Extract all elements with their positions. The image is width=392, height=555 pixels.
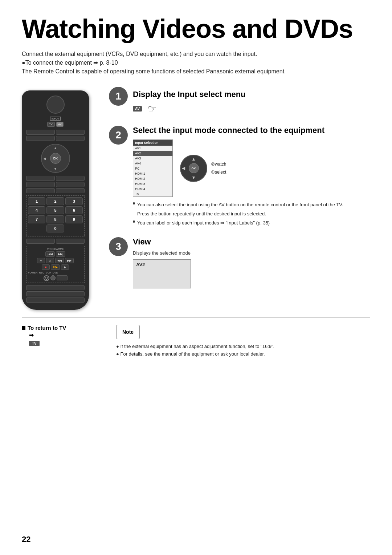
nav-down-icon[interactable]: ▼ <box>192 175 196 180</box>
transport-row-1: |◀◀ ▶▶| <box>28 251 83 257</box>
input-item-av2[interactable]: AV2 <box>133 151 172 156</box>
remote-av-button[interactable]: AV <box>56 122 64 127</box>
remote-tv-av-buttons: TV AV <box>26 122 85 127</box>
step-2-heading: Select the input mode connected to the e… <box>133 126 370 135</box>
input-selection-box: Input Selection AV1 AV2 AV3 AV4 PC HDMI1… <box>133 139 173 197</box>
num-btn-4[interactable]: 4 <box>28 206 45 214</box>
num-btn-2[interactable]: 2 <box>46 197 64 205</box>
bottom-section: To return to TV ➡ TV Note ● If the exter… <box>22 325 370 358</box>
step-3-content: View Displays the selected mode AV2 <box>133 237 370 288</box>
note-items: ● If the external equipment has an aspec… <box>116 343 370 358</box>
bullet-text-2: You can label or skip each input modes ➡… <box>137 219 270 227</box>
remote-btn-6b[interactable] <box>56 239 85 244</box>
remote-extra-btn-3[interactable] <box>26 297 85 303</box>
bullet-item-2: You can label or skip each input modes ➡… <box>133 219 370 227</box>
vcr-button[interactable] <box>57 275 68 280</box>
remote-btn-1a[interactable] <box>26 130 55 135</box>
num-btn-7[interactable]: 7 <box>28 215 45 223</box>
remote-btn-2a[interactable] <box>26 136 55 141</box>
transport-fwd[interactable]: ▶▶ <box>65 258 74 263</box>
input-item-hdmi1[interactable]: HDMI1 <box>133 171 172 176</box>
note-box: Note <box>116 325 140 339</box>
remote-btn-row-4 <box>26 182 85 187</box>
nav-ok-button[interactable]: OK <box>189 163 199 173</box>
remote-btn-4b[interactable] <box>56 182 85 187</box>
nav-select-label: ①select <box>211 170 226 175</box>
input-item-pc[interactable]: PC <box>133 166 172 171</box>
step-2-bullets: You can also select the input using the … <box>133 201 370 227</box>
remote-btn-3b[interactable] <box>56 176 85 181</box>
transport-next-next[interactable]: ▶▶| <box>56 251 65 257</box>
transport-vol-up[interactable]: ∧ <box>46 258 54 263</box>
input-item-tv[interactable]: TV <box>133 191 172 197</box>
remote-btn-5b[interactable] <box>56 188 85 193</box>
input-item-hdmi2[interactable]: HDMI2 <box>133 176 172 181</box>
rec-button[interactable] <box>50 275 56 280</box>
bullet-item-1: You can also select the input using the … <box>133 201 370 209</box>
remote-input-area: INPUT <box>26 117 85 121</box>
remote-dpad: ▲ ▼ ◀ OK <box>41 144 70 173</box>
nav-cluster-area: ▲ ▼ ◀ OK ②watch ①select <box>180 139 226 197</box>
note-label: Note <box>122 329 134 335</box>
transport-vol-down[interactable]: V <box>37 258 45 263</box>
bottom-right: Note ● If the external equipment has an … <box>116 325 370 358</box>
av-badge[interactable]: AV <box>133 106 142 112</box>
nav-left-icon[interactable]: ◀ <box>182 166 185 171</box>
input-item-av3[interactable]: AV3 <box>133 156 172 161</box>
remote-btn-3a[interactable] <box>26 176 55 181</box>
remote-transport: |◀◀ ▶▶| V ∧ ◀◀ ▶▶ ■ II/▶ ▶ <box>28 251 83 270</box>
dpad-left-icon[interactable]: ◀ <box>43 157 46 161</box>
transport-play[interactable]: ▶ <box>61 264 69 270</box>
transport-pause-play[interactable]: II/▶ <box>51 264 60 270</box>
remote-btn-4a[interactable] <box>26 182 55 187</box>
remote-btn-6a[interactable] <box>26 239 55 244</box>
remote-side-rows <box>26 130 85 141</box>
remote-tv-button[interactable]: TV <box>47 122 55 127</box>
input-item-av4[interactable]: AV4 <box>133 161 172 166</box>
num-btn-1[interactable]: 1 <box>28 197 45 205</box>
input-item-av1[interactable]: AV1 <box>133 146 172 151</box>
page-title: Watching Videos and DVDs <box>22 15 370 43</box>
nav-labels: ②watch ①select <box>211 162 226 175</box>
num-btn-8[interactable]: 8 <box>46 215 64 223</box>
dpad-up-icon[interactable]: ▲ <box>54 146 57 150</box>
step-3: 3 View Displays the selected mode AV2 <box>109 237 370 288</box>
tv-badge[interactable]: TV <box>29 341 40 346</box>
remote-extra-btn-1[interactable] <box>26 285 85 290</box>
remote-btn-5a[interactable] <box>26 188 55 193</box>
steps-content: 1 Display the Input select menu AV ☞ 2 S… <box>102 87 370 310</box>
return-tv: To return to TV <box>22 325 102 331</box>
input-item-hdmi3[interactable]: HDMI3 <box>133 181 172 186</box>
step-1-av-row: AV ☞ <box>133 103 246 115</box>
power-icon[interactable] <box>44 275 49 281</box>
dpad-down-icon[interactable]: ▼ <box>54 167 57 171</box>
step-1-circle: 1 <box>109 87 128 106</box>
input-item-hdmi4[interactable]: HDMI4 <box>133 186 172 191</box>
remote-btn-2b[interactable] <box>56 136 85 141</box>
remote-extra-btn-2[interactable] <box>26 291 85 296</box>
remote-bottom-extra <box>26 285 85 303</box>
divider-line <box>22 317 370 317</box>
num-btn-6[interactable]: 6 <box>65 206 83 214</box>
remote-btn-row-1 <box>26 130 85 135</box>
nav-outer: ▲ ▼ ◀ OK <box>180 155 207 182</box>
bottom-left: To return to TV ➡ TV <box>22 325 102 358</box>
num-btn-3[interactable]: 3 <box>65 197 83 205</box>
step-3-display: AV2 <box>133 259 191 288</box>
power-label: POWER <box>28 271 37 274</box>
num-btn-9[interactable]: 9 <box>65 215 83 223</box>
note-item-2: ● For details, see the manual of the equ… <box>116 351 370 358</box>
num-btn-0[interactable]: 0 <box>46 224 64 232</box>
nav-up-icon[interactable]: ▲ <box>192 157 196 162</box>
intro-line2: ●To connect the equipment ➡ p. 8-10 <box>22 58 370 67</box>
dpad-ok-button[interactable]: OK <box>50 153 61 164</box>
remote-btn-1b[interactable] <box>56 130 85 135</box>
remote-transport-section: PROGRAMME |◀◀ ▶▶| V ∧ ◀◀ ▶▶ <box>26 246 85 283</box>
arrow-tv: ➡ <box>29 332 102 339</box>
transport-rew[interactable]: ◀◀ <box>55 258 64 263</box>
transport-stop[interactable]: ■ <box>42 264 50 270</box>
transport-prev-prev[interactable]: |◀◀ <box>45 251 55 257</box>
remote-below-numpad <box>26 239 85 244</box>
remote-btn-row-6 <box>26 239 85 244</box>
num-btn-5[interactable]: 5 <box>46 206 64 214</box>
